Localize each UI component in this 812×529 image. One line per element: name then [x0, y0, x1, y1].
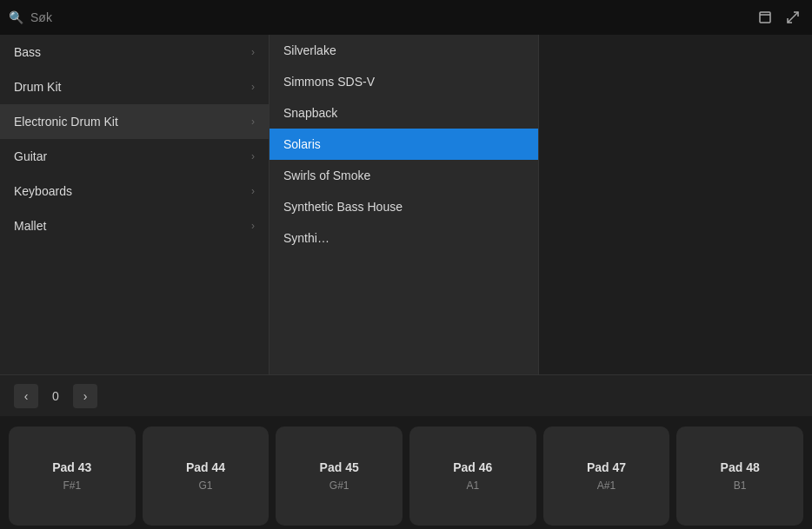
search-input[interactable]	[30, 10, 748, 24]
dropdown-item-label: Solaris	[283, 137, 321, 151]
dropdown-item-label: Snapback	[283, 106, 337, 120]
prev-page-button[interactable]: ‹	[14, 384, 38, 408]
svg-line-2	[793, 12, 798, 17]
pad-cell-pad-43[interactable]: Pad 43 F#1	[9, 427, 136, 526]
main-area: Bass ›Drum Kit ›Electronic Drum Kit ›Gui…	[0, 35, 812, 374]
pad-note: A1	[466, 479, 479, 492]
dropdown-item-1[interactable]: Simmons SDS-V	[270, 66, 538, 97]
sidebar: Bass ›Drum Kit ›Electronic Drum Kit ›Gui…	[0, 35, 270, 374]
page-number: 0	[47, 389, 64, 403]
dropdown-item-label: Simmons SDS-V	[283, 75, 375, 89]
chevron-right-icon: ›	[251, 220, 255, 232]
chevron-right-icon: ›	[251, 81, 255, 93]
dropdown-item-label: Silverlake	[283, 43, 336, 57]
dropdown-item-label: Synthi…	[283, 231, 329, 245]
collapse-icon[interactable]	[782, 7, 803, 28]
sidebar-item-mallet[interactable]: Mallet ›	[0, 208, 269, 243]
pad-name: Pad 47	[587, 460, 626, 474]
sidebar-item-keyboards[interactable]: Keyboards ›	[0, 174, 269, 208]
pad-cell-pad-45[interactable]: Pad 45 G#1	[276, 427, 403, 526]
search-bar: 🔍	[0, 0, 812, 35]
window-icon[interactable]	[755, 7, 775, 28]
pad-name: Pad 46	[453, 460, 492, 474]
pad-cell-pad-48[interactable]: Pad 48 B1	[676, 427, 803, 526]
sidebar-item-electronic-drum-kit[interactable]: Electronic Drum Kit ›	[0, 104, 269, 139]
svg-rect-0	[760, 12, 770, 23]
pad-note: A#1	[597, 479, 616, 492]
pad-cell-pad-46[interactable]: Pad 46 A1	[409, 427, 536, 526]
dropdown-item-3[interactable]: Solaris	[270, 129, 538, 160]
pad-name: Pad 44	[186, 460, 225, 474]
pad-note: G1	[198, 479, 212, 492]
chevron-right-icon: ›	[251, 46, 255, 58]
dropdown-item-2[interactable]: Snapback	[270, 97, 538, 129]
pads-area: Pad 43 F#1Pad 44 G1Pad 45 G#1Pad 46 A1Pa…	[0, 416, 812, 529]
sidebar-item-label: Guitar	[14, 149, 47, 163]
pad-name: Pad 48	[721, 460, 760, 474]
pad-cell-pad-44[interactable]: Pad 44 G1	[143, 427, 270, 526]
header-icons	[755, 7, 803, 28]
pagination-bar: ‹ 0 ›	[0, 374, 812, 416]
dropdown-item-5[interactable]: Synthetic Bass House	[270, 191, 538, 222]
next-page-button[interactable]: ›	[73, 384, 97, 408]
pad-name: Pad 43	[52, 460, 91, 474]
dropdown-panel: SilverlakeSimmons SDS-VSnapbackSolarisSw…	[270, 35, 539, 374]
sidebar-item-guitar[interactable]: Guitar ›	[0, 139, 269, 174]
pad-note: F#1	[63, 479, 81, 492]
chevron-right-icon: ›	[251, 185, 255, 197]
dropdown-item-label: Swirls of Smoke	[283, 169, 370, 182]
sidebar-item-label: Electronic Drum Kit	[14, 115, 118, 129]
pad-note: B1	[734, 479, 747, 492]
dropdown-item-0[interactable]: Silverlake	[270, 35, 538, 66]
dropdown-item-label: Synthetic Bass House	[283, 200, 403, 214]
sidebar-item-label: Mallet	[14, 219, 46, 233]
sidebar-item-label: Drum Kit	[14, 80, 61, 94]
sidebar-item-drum-kit[interactable]: Drum Kit ›	[0, 69, 269, 104]
chevron-right-icon: ›	[251, 150, 255, 162]
pad-cell-pad-47[interactable]: Pad 47 A#1	[543, 427, 670, 526]
search-icon: 🔍	[9, 10, 23, 24]
sidebar-item-bass[interactable]: Bass ›	[0, 35, 269, 69]
dropdown-item-6[interactable]: Synthi…	[270, 222, 538, 254]
svg-line-3	[788, 17, 793, 23]
dropdown-item-4[interactable]: Swirls of Smoke	[270, 160, 538, 191]
chevron-right-icon: ›	[251, 116, 255, 128]
sidebar-item-label: Keyboards	[14, 184, 72, 198]
right-panel	[539, 35, 812, 374]
pad-note: G#1	[329, 479, 349, 492]
sidebar-item-label: Bass	[14, 45, 41, 59]
pad-name: Pad 45	[320, 460, 359, 474]
